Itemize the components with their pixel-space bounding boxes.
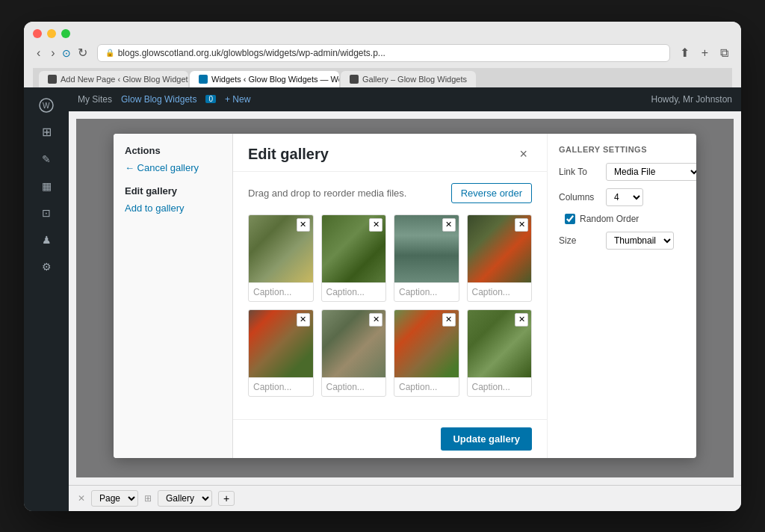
remove-image-5-button[interactable]: ✕: [297, 313, 310, 327]
back-button[interactable]: ‹: [33, 45, 44, 61]
topbar-updates[interactable]: 0: [205, 95, 216, 103]
dialog-close-button[interactable]: ×: [515, 145, 532, 164]
add-widget-button[interactable]: +: [218, 491, 235, 506]
separator-icon: ⊞: [144, 493, 152, 504]
sidebar-item-media[interactable]: ▦: [31, 174, 61, 198]
sidebar-item-appearance[interactable]: ♟: [31, 228, 61, 252]
remove-image-3-button[interactable]: ✕: [442, 218, 456, 232]
caption-2[interactable]: Caption...: [322, 282, 386, 301]
gallery-item-6[interactable]: ✕ Caption...: [321, 309, 387, 397]
page-select[interactable]: Page: [91, 490, 138, 507]
gallery-item-1[interactable]: ✕ Caption...: [248, 214, 314, 302]
svg-text:W: W: [43, 102, 50, 110]
minimize-window-button[interactable]: [47, 29, 56, 38]
columns-row: Columns 4 1 2 3: [559, 188, 685, 206]
caption-6[interactable]: Caption...: [322, 377, 386, 396]
refresh-button[interactable]: ↻: [74, 44, 91, 61]
my-sites-label: My Sites: [78, 94, 112, 105]
columns-label: Columns: [559, 192, 600, 202]
widgets-background: Actions ← Cancel gallery Edit gallery: [69, 111, 741, 485]
new-label: + New: [225, 94, 250, 105]
actions-title: Actions: [125, 145, 221, 156]
tab-favicon-3: [350, 75, 359, 84]
cancel-gallery-label: ← Cancel gallery: [125, 162, 199, 173]
sidebar-item-settings[interactable]: ⚙: [31, 255, 61, 279]
gallery-item-7[interactable]: ✕ Caption...: [394, 309, 459, 397]
caption-8[interactable]: Caption...: [468, 377, 532, 396]
browser-tab-2[interactable]: Widgets ‹ Glow Blog Widgets — WordPress: [190, 71, 339, 87]
remove-image-2-button[interactable]: ✕: [369, 218, 382, 232]
link-to-select[interactable]: Media File Attachment Page None: [606, 163, 696, 181]
gallery-select[interactable]: Gallery: [158, 490, 212, 507]
caption-1[interactable]: Caption...: [249, 282, 313, 301]
topbar-blog-name[interactable]: Glow Blog Widgets: [121, 94, 196, 105]
dialog-body: Drag and drop to reorder media files. Re…: [233, 172, 547, 419]
sidebar-item-pages[interactable]: ⊡: [31, 201, 61, 225]
updates-badge: 0: [205, 95, 216, 103]
browser-chrome: ‹ › ⊙ ↻ 🔒 blogs.glowscotland.org.uk/glow…: [24, 22, 741, 87]
wp-main-content: My Sites Glow Blog Widgets 0 + New Howdy…: [69, 87, 741, 511]
share-button[interactable]: ⬆: [676, 44, 693, 61]
gallery-item-3[interactable]: ✕ Caption...: [394, 214, 459, 302]
gallery-item-2[interactable]: ✕ Caption...: [321, 214, 387, 302]
address-text: blogs.glowscotland.org.uk/glowblogs/widg…: [118, 48, 385, 58]
tab-3-label: Gallery – Glow Blog Widgets: [362, 75, 467, 84]
wp-topbar: My Sites Glow Blog Widgets 0 + New Howdy…: [69, 87, 741, 111]
gallery-grid: ✕ Caption... ✕: [248, 214, 532, 397]
browser-toolbar: ‹ › ⊙ ↻ 🔒 blogs.glowscotland.org.uk/glow…: [33, 44, 732, 68]
gallery-item-4[interactable]: ✕ Caption...: [467, 214, 533, 302]
random-order-row: Random Order: [559, 214, 685, 224]
traffic-lights: [33, 29, 732, 38]
gallery-item-8[interactable]: ✕ Caption...: [467, 309, 533, 397]
sidebar-item-wp[interactable]: W: [31, 93, 61, 117]
random-order-label: Random Order: [580, 214, 639, 224]
dialog-footer: Update gallery: [233, 419, 547, 458]
columns-select[interactable]: 4 1 2 3: [606, 188, 643, 206]
tab-overview-button[interactable]: ⧉: [716, 45, 732, 61]
caption-3[interactable]: Caption...: [394, 282, 459, 301]
close-window-button[interactable]: [33, 29, 42, 38]
remove-image-6-button[interactable]: ✕: [369, 313, 382, 327]
wp-admin: W ⊞ ✎ ▦ ⊡ ♟ ⚙ My Sites Glow Blog Widgets…: [24, 87, 741, 511]
edit-gallery-sidebar-title: Edit gallery: [125, 185, 221, 197]
wp-content-area: Actions ← Cancel gallery Edit gallery: [69, 111, 741, 511]
add-tab-button[interactable]: +: [698, 45, 712, 61]
maximize-window-button[interactable]: [61, 29, 70, 38]
cancel-gallery-link[interactable]: ← Cancel gallery: [125, 162, 221, 173]
bottom-bar: ✕ Page ⊞ Gallery +: [69, 485, 741, 511]
sidebar-item-dashboard[interactable]: ⊞: [31, 120, 61, 144]
sidebar-item-posts[interactable]: ✎: [31, 147, 61, 171]
dialog-sidebar: Actions ← Cancel gallery Edit gallery: [114, 134, 233, 458]
size-label: Size: [559, 235, 600, 246]
reverse-order-button[interactable]: Reverse order: [451, 183, 532, 203]
toolbar-actions: ⬆ + ⧉: [676, 44, 732, 61]
remove-image-7-button[interactable]: ✕: [442, 313, 456, 327]
topbar-my-sites[interactable]: My Sites: [78, 94, 112, 105]
forward-button[interactable]: ›: [47, 45, 58, 61]
tab-2-label: Widgets ‹ Glow Blog Widgets — WordPress: [211, 75, 339, 84]
tabs-bar: Add New Page ‹ Glow Blog Widgets — WordP…: [33, 68, 732, 87]
dialog-title: Edit gallery: [248, 146, 329, 163]
gallery-settings-title: GALLERY SETTINGS: [559, 145, 685, 154]
link-to-row: Link To Media File Attachment Page None: [559, 163, 685, 181]
address-bar[interactable]: 🔒 blogs.glowscotland.org.uk/glowblogs/wi…: [97, 44, 670, 62]
remove-image-8-button[interactable]: ✕: [515, 313, 528, 327]
random-order-checkbox[interactable]: [565, 214, 575, 224]
update-gallery-button[interactable]: Update gallery: [441, 427, 532, 451]
howdy-text: Howdy, Mr Johnston: [651, 94, 733, 105]
topbar-new[interactable]: + New: [225, 94, 250, 105]
caption-7[interactable]: Caption...: [394, 377, 459, 396]
caption-5[interactable]: Caption...: [249, 377, 313, 396]
topbar-howdy: Howdy, Mr Johnston: [651, 94, 733, 105]
browser-window: ‹ › ⊙ ↻ 🔒 blogs.glowscotland.org.uk/glow…: [24, 22, 741, 511]
nav-buttons: ‹ › ⊙ ↻: [33, 44, 91, 61]
remove-image-1-button[interactable]: ✕: [297, 218, 310, 232]
remove-image-4-button[interactable]: ✕: [515, 218, 528, 232]
caption-4[interactable]: Caption...: [468, 282, 532, 301]
add-to-gallery-label: Add to gallery: [125, 202, 185, 214]
browser-tab-3[interactable]: Gallery – Glow Blog Widgets: [341, 71, 476, 87]
size-select[interactable]: Thumbnail Medium Large Full Size: [606, 232, 674, 250]
gallery-item-5[interactable]: ✕ Caption...: [248, 309, 314, 397]
add-to-gallery-link[interactable]: Add to gallery: [125, 202, 221, 214]
browser-tab-1[interactable]: Add New Page ‹ Glow Blog Widgets — WordP…: [39, 71, 188, 87]
